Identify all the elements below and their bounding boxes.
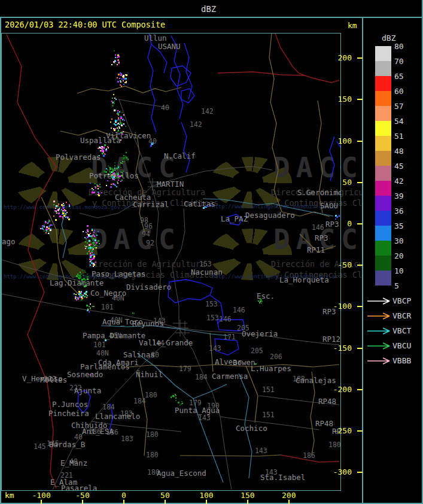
radar-echo-pixel	[99, 186, 101, 188]
radar-echo-pixel	[90, 235, 92, 237]
route-label: 143	[209, 344, 221, 353]
radar-echo-pixel	[117, 183, 118, 184]
radar-echo-pixel	[125, 126, 126, 127]
route-label: 146	[312, 223, 324, 232]
radar-echo-pixel	[98, 231, 99, 232]
radar-echo-pixel	[85, 272, 86, 273]
y-tick-label: 50	[323, 178, 352, 187]
radar-echo-pixel	[120, 162, 121, 163]
colorbar-tick-label: 70	[394, 57, 415, 66]
radar-map[interactable]: UllunUSANUVillavicenUspallataPolvaredasN…	[1, 33, 341, 491]
radar-echo-pixel	[83, 295, 84, 296]
radar-echo-pixel	[87, 295, 88, 296]
radar-echo-pixel	[87, 231, 89, 232]
radar-echo-pixel	[102, 150, 104, 151]
place-label: USANU	[158, 42, 181, 51]
radar-echo-pixel	[124, 120, 125, 121]
radar-echo-pixel	[336, 216, 338, 218]
radar-echo-pixel	[114, 60, 115, 61]
radar-echo-pixel	[118, 167, 119, 168]
radar-echo-pixel	[95, 247, 96, 248]
vector-legend: VBCPVBCRVBCTVBCUVBBB	[363, 293, 423, 377]
y-tick-mark	[357, 265, 363, 266]
y-tick-mark	[357, 306, 363, 307]
x-tick-label: -50	[68, 491, 97, 500]
radar-echo-pixel	[115, 185, 116, 186]
radar-echo-pixel	[44, 226, 45, 227]
x-tick-label: 0	[109, 491, 138, 500]
vector-legend-label: VBCP	[392, 296, 411, 305]
radar-echo-pixel	[90, 260, 92, 262]
place-label: Esc.	[257, 292, 275, 300]
place-label: E_Manz	[60, 459, 87, 467]
radar-echo-pixel	[94, 230, 95, 231]
radar-echo-pixel	[97, 242, 98, 243]
place-label: Ant_ESA	[82, 427, 114, 436]
radar-echo-pixel	[120, 80, 121, 81]
radar-echo-pixel	[119, 78, 120, 79]
y-tick-mark	[357, 57, 363, 59]
radar-echo-pixel	[69, 205, 70, 207]
radar-echo-pixel	[55, 219, 57, 221]
radar-echo-pixel	[87, 225, 89, 227]
colorbar-block	[375, 166, 391, 181]
radar-echo-pixel	[86, 294, 87, 295]
y-tick-mark	[357, 182, 363, 183]
radar-echo-pixel	[114, 169, 115, 171]
route-label: 143	[255, 447, 267, 455]
radar-echo-pixel	[123, 84, 124, 85]
radar-echo-pixel	[117, 112, 118, 113]
radar-echo-pixel	[107, 146, 108, 147]
radar-echo-pixel	[115, 99, 117, 100]
route-label: 206	[270, 353, 282, 361]
radar-echo-pixel	[51, 224, 53, 226]
place-label: Molles	[40, 375, 67, 384]
colorbar-block	[375, 76, 391, 91]
radar-echo-pixel	[63, 207, 65, 208]
route-label: 184	[102, 403, 115, 411]
place-label: La_PAZ	[221, 214, 248, 223]
radar-echo-pixel	[83, 275, 84, 277]
radar-echo-pixel	[98, 148, 99, 149]
radar-echo-pixel	[86, 232, 87, 233]
radar-echo-pixel	[93, 235, 95, 236]
radar-echo-pixel	[101, 150, 102, 151]
radar-echo-pixel	[121, 78, 123, 80]
radar-echo-pixel	[117, 81, 119, 83]
route-label: 180	[328, 441, 341, 449]
radar-echo-pixel	[93, 244, 95, 245]
radar-echo-pixel	[121, 123, 122, 125]
radar-echo-pixel	[95, 183, 96, 184]
radar-echo-pixel	[42, 227, 43, 229]
radar-echo-pixel	[339, 215, 340, 216]
radar-echo-pixel	[126, 157, 127, 159]
colorbar-block	[375, 136, 391, 151]
radar-echo-pixel	[171, 397, 172, 398]
radar-echo-pixel	[112, 98, 113, 99]
radar-echo-pixel	[118, 59, 119, 60]
radar-echo-pixel	[107, 180, 108, 181]
route-label: 180	[146, 451, 159, 459]
place-label: Ullun	[144, 34, 167, 42]
radar-echo-pixel	[95, 239, 96, 241]
radar-echo-pixel	[76, 299, 77, 300]
radar-echo-pixel	[125, 78, 127, 80]
radar-echo-pixel	[121, 112, 123, 113]
vbbb-arrow-icon	[367, 357, 392, 365]
place-label: La_Horqueta	[279, 275, 329, 284]
place-label: Divisadero	[126, 283, 171, 292]
radar-echo-pixel	[93, 263, 95, 265]
radar-echo-pixel	[84, 270, 85, 271]
radar-echo-pixel	[104, 153, 105, 154]
colorbar-block	[375, 151, 391, 166]
place-label: Carrizal	[133, 200, 169, 209]
vbcr-arrow-icon	[367, 312, 392, 320]
place-label: Llancanelo	[95, 412, 140, 421]
radar-echo-pixel	[96, 235, 98, 236]
radar-echo-pixel	[110, 122, 111, 123]
place-label: Desaguadero	[245, 211, 295, 220]
radar-echo-pixel	[90, 183, 91, 184]
place-label: RP12	[322, 335, 340, 344]
colorbar-tick-label: 80	[394, 42, 415, 51]
radar-echo-pixel	[53, 215, 54, 217]
